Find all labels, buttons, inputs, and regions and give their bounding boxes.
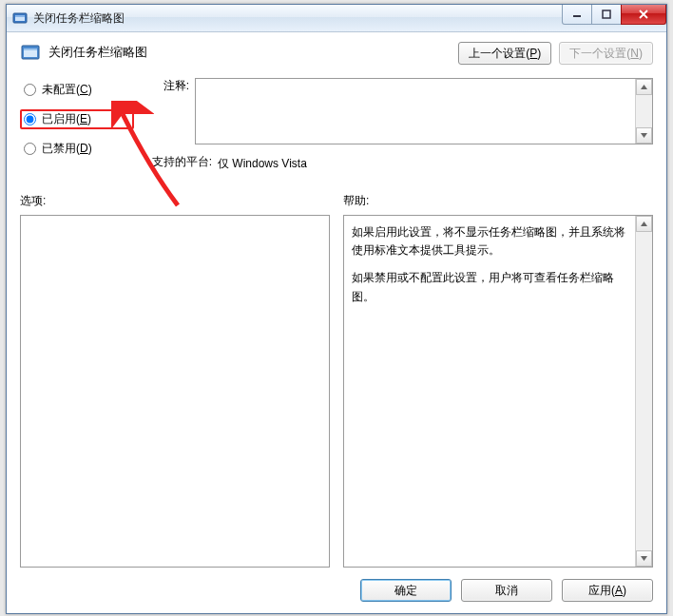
window-controls — [563, 5, 666, 24]
scroll-up-icon[interactable] — [636, 79, 652, 95]
state-radio-group: 未配置(C) 已启用(E) 已禁用(D) — [20, 78, 134, 182]
platform-label: 支持的平台: — [134, 154, 218, 170]
radio-disabled[interactable]: 已禁用(D) — [20, 139, 134, 159]
radio-disabled-input[interactable] — [24, 143, 36, 155]
lower-panes: 选项: 帮助: 如果启用此设置，将不显示任务栏缩略图，并且系统将使用标准文本提供… — [20, 193, 653, 568]
comment-scrollbar[interactable] — [635, 79, 652, 144]
platform-value: 仅 Windows Vista — [218, 154, 307, 172]
radio-not-configured[interactable]: 未配置(C) — [20, 80, 134, 100]
config-row: 未配置(C) 已启用(E) 已禁用(D) — [20, 78, 653, 182]
svg-rect-7 — [24, 48, 37, 50]
cancel-button[interactable]: 取消 — [461, 579, 552, 602]
comment-label: 注释: — [134, 78, 195, 94]
svg-rect-3 — [573, 15, 581, 17]
help-label: 帮助: — [343, 193, 653, 209]
options-box[interactable] — [20, 215, 330, 568]
scroll-up-icon[interactable] — [636, 216, 652, 232]
scroll-down-icon[interactable] — [636, 550, 652, 567]
help-box[interactable]: 如果启用此设置，将不显示任务栏缩略图，并且系统将使用标准文本提供工具提示。 如果… — [343, 215, 653, 568]
next-setting-button[interactable]: 下一个设置(N) — [559, 42, 653, 65]
app-icon — [12, 10, 28, 26]
header-row: 关闭任务栏缩略图 上一个设置(P) 下一个设置(N) — [20, 42, 653, 65]
svg-rect-4 — [603, 10, 610, 18]
platform-row: 支持的平台: 仅 Windows Vista — [134, 154, 653, 172]
titlebar[interactable]: 关闭任务栏缩略图 — [7, 5, 666, 32]
policy-dialog-window: 关闭任务栏缩略图 — [6, 4, 667, 614]
nav-buttons: 上一个设置(P) 下一个设置(N) — [458, 42, 653, 65]
policy-title: 关闭任务栏缩略图 — [20, 42, 458, 63]
options-pane: 选项: — [20, 193, 330, 568]
help-scrollbar[interactable] — [635, 216, 652, 567]
client-area: 关闭任务栏缩略图 上一个设置(P) 下一个设置(N) 未配置(C) — [7, 32, 666, 613]
options-label: 选项: — [20, 193, 330, 209]
window-title: 关闭任务栏缩略图 — [33, 10, 125, 27]
minimize-button[interactable] — [562, 5, 592, 25]
help-pane: 帮助: 如果启用此设置，将不显示任务栏缩略图，并且系统将使用标准文本提供工具提示… — [343, 193, 653, 568]
comment-row: 注释: — [134, 78, 653, 144]
previous-setting-button[interactable]: 上一个设置(P) — [458, 42, 551, 65]
comment-textarea[interactable] — [195, 78, 653, 144]
radio-not-configured-input[interactable] — [24, 84, 36, 96]
apply-button[interactable]: 应用(A) — [562, 579, 653, 602]
policy-title-text: 关闭任务栏缩略图 — [48, 44, 147, 61]
policy-icon — [20, 42, 41, 63]
maximize-button[interactable] — [591, 5, 622, 25]
dialog-footer: 确定 取消 应用(A) — [20, 568, 653, 602]
right-column: 注释: 支持的平台: 仅 Windows Vista — [134, 78, 653, 182]
help-paragraph-1: 如果启用此设置，将不显示任务栏缩略图，并且系统将使用标准文本提供工具提示。 — [352, 223, 631, 260]
close-button[interactable] — [621, 5, 666, 25]
scroll-down-icon[interactable] — [636, 127, 652, 144]
svg-rect-2 — [15, 15, 25, 17]
help-paragraph-2: 如果禁用或不配置此设置，用户将可查看任务栏缩略图。 — [352, 269, 631, 305]
radio-enabled[interactable]: 已启用(E) — [20, 109, 134, 129]
ok-button[interactable]: 确定 — [360, 579, 452, 602]
radio-enabled-input[interactable] — [24, 113, 36, 125]
